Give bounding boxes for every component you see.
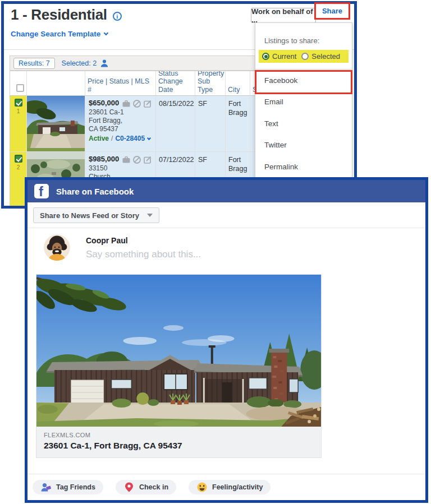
city-cell: Fort Bragg: [226, 96, 250, 152]
change-search-template-label: Change Search Template: [11, 30, 100, 38]
radio-selected-label: Selected: [311, 52, 340, 61]
share-dropdown-menu: Listings to share: Current Selected Face…: [255, 22, 352, 178]
annotation-share-highlight: Share: [314, 2, 350, 20]
header-price-status-mls[interactable]: Price | Status | MLS #: [85, 71, 156, 96]
menu-item-twitter[interactable]: Twitter: [255, 135, 352, 156]
share-button[interactable]: Share: [322, 7, 342, 15]
listing-photo-thumbnail[interactable]: [27, 96, 85, 152]
results-count-badge: Results: 7: [13, 58, 55, 69]
address-line: CA 95437: [89, 125, 152, 133]
facebook-share-dialog: f Share on Facebook Share to News Feed o…: [25, 177, 428, 503]
mls-number: C0-28405: [115, 135, 145, 143]
caret-down-icon: [147, 214, 153, 217]
facebook-dialog-header: f Share on Facebook: [27, 180, 425, 202]
house-photo-thumb: [27, 96, 85, 152]
avatar: [44, 234, 70, 261]
tag-friends-button[interactable]: Tag Friends: [33, 480, 103, 494]
property-sub-type-cell: SF: [195, 96, 226, 152]
post-options-bar: Tag Friends Check in F: [27, 474, 425, 500]
facebook-logo-icon: f: [34, 184, 49, 198]
link-preview-footer: FLEXMLS.COM 23601 Ca-1, Fort Bragg, CA 9…: [36, 427, 321, 457]
briefcase-icon[interactable]: [122, 99, 131, 108]
edit-note-icon[interactable]: [143, 155, 152, 164]
prohibited-icon[interactable]: [132, 155, 141, 164]
listing-price: $985,000: [89, 155, 119, 164]
address-line: 33150: [89, 164, 152, 173]
listing-price: $650,000: [89, 99, 119, 108]
price-status-cell: $650,000: [85, 96, 156, 152]
person-icon[interactable]: [100, 59, 109, 68]
mls-number-link[interactable]: C0-28405: [115, 135, 150, 143]
feeling-activity-button[interactable]: Feeling/activity: [189, 480, 270, 494]
select-all-checkbox[interactable]: [16, 84, 24, 92]
check-in-icon: [123, 482, 135, 493]
user-avatar-illustration: [44, 234, 70, 261]
radio-selected[interactable]: [301, 53, 309, 60]
menu-item-email[interactable]: Email: [255, 91, 352, 113]
selected-count: Selected: 2: [62, 59, 109, 68]
edit-note-icon[interactable]: [143, 99, 152, 108]
row1-checkbox[interactable]: [15, 99, 22, 107]
row-number: 1: [17, 108, 20, 114]
header-status-change-date[interactable]: Status Change Date: [156, 71, 195, 96]
feeling-activity-icon: [196, 482, 208, 493]
page: 1 - Residential i Change Search Template…: [0, 0, 431, 504]
status-change-date-cell: 08/15/2022: [156, 96, 195, 152]
tag-friends-label: Tag Friends: [56, 483, 95, 491]
address-line: 23601 Ca-1: [89, 108, 152, 117]
facebook-dialog-content: f Share on Facebook Share to News Feed o…: [27, 180, 425, 500]
preview-headline: 23601 Ca-1, Fort Bragg, CA 95437: [44, 441, 314, 451]
check-in-button[interactable]: Check in: [116, 480, 176, 494]
user-name: Coopr Paul: [86, 236, 201, 245]
change-search-template-link[interactable]: Change Search Template: [11, 30, 108, 38]
radio-current-label: Current: [272, 52, 296, 61]
preview-domain: FLEXMLS.COM: [44, 432, 314, 438]
check-in-label: Check in: [139, 483, 168, 491]
menu-item-text[interactable]: Text: [255, 113, 352, 135]
facebook-dialog-title: Share on Facebook: [56, 187, 134, 196]
header-photo: [27, 71, 85, 96]
title-row: 1 - Residential i: [11, 6, 122, 24]
composer-text-area[interactable]: Coopr Paul Say something about this...: [86, 234, 201, 261]
listings-scope-radio-row: Current Selected: [259, 50, 349, 63]
row1-checkbox-cell: 1: [10, 96, 27, 152]
work-on-behalf-label: Work on behalf of ...: [251, 7, 315, 24]
share-destination-label: Share to News Feed or Story: [40, 211, 139, 220]
row-number: 2: [17, 164, 20, 170]
link-preview-card[interactable]: FLEXMLS.COM 23601 Ca-1, Fort Bragg, CA 9…: [36, 274, 322, 458]
briefcase-icon[interactable]: [122, 155, 131, 164]
info-icon[interactable]: i: [113, 12, 122, 21]
listing-status: Active: [89, 135, 109, 143]
tag-friends-icon: [40, 482, 52, 493]
radio-current[interactable]: [262, 53, 269, 60]
share-destination-dropdown[interactable]: Share to News Feed or Story: [33, 207, 159, 223]
chevron-down-icon: [104, 31, 108, 35]
work-on-behalf-button[interactable]: Work on behalf of ...: [251, 8, 316, 23]
post-composer: Coopr Paul Say something about this...: [27, 228, 425, 261]
house-photo: [36, 275, 321, 427]
listings-to-share-label: Listings to share:: [264, 36, 352, 45]
composer-placeholder: Say something about this...: [86, 249, 201, 260]
listing-action-icons: [122, 155, 152, 164]
annotation-facebook-highlight: [255, 70, 352, 94]
status-separator: /: [111, 135, 113, 143]
page-title: 1 - Residential: [11, 6, 107, 24]
address-line: Fort Bragg,: [89, 117, 152, 125]
listing-photo: [36, 275, 321, 427]
prohibited-icon[interactable]: [132, 99, 141, 108]
menu-item-permalink[interactable]: Permalink: [255, 156, 352, 178]
listing-action-icons: [122, 99, 152, 108]
header-property-sub-type[interactable]: Property Sub Type: [195, 71, 226, 96]
share-destination-row: Share to News Feed or Story: [27, 202, 425, 228]
selected-count-label: Selected: 2: [62, 59, 97, 67]
feeling-activity-label: Feeling/activity: [212, 483, 263, 491]
row2-checkbox[interactable]: [15, 155, 22, 163]
chevron-down-icon: [147, 136, 151, 140]
header-city[interactable]: City: [226, 71, 250, 96]
header-checkbox-cell: [10, 71, 27, 96]
